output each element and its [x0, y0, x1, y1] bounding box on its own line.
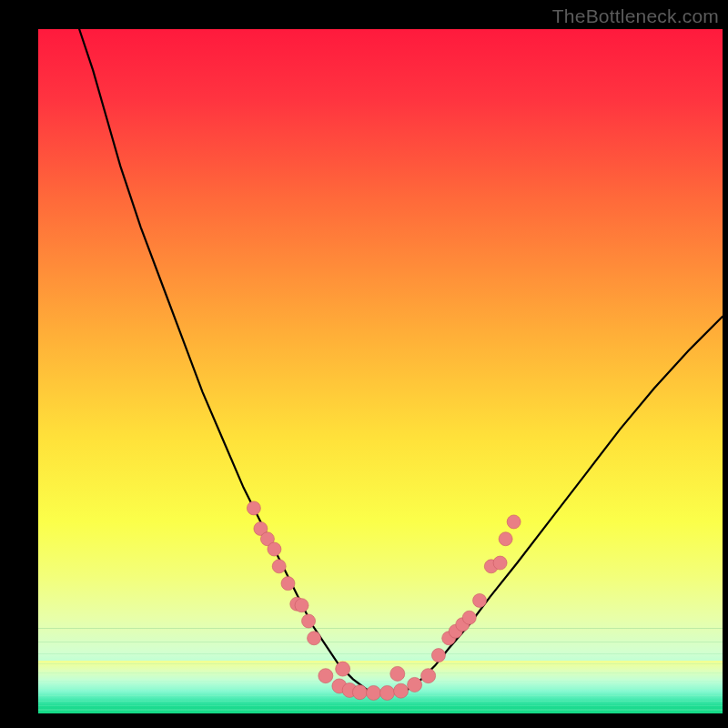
data-marker	[302, 614, 316, 628]
data-marker	[352, 685, 367, 700]
data-marker	[247, 501, 260, 515]
data-marker	[431, 649, 445, 662]
chart-frame: TheBottleneck.com	[0, 0, 728, 728]
data-marker	[366, 685, 380, 700]
data-marker	[308, 632, 321, 645]
bottleneck-curve	[79, 29, 723, 693]
data-marker	[281, 577, 295, 591]
curve-layer	[38, 29, 723, 713]
data-marker	[318, 669, 333, 683]
data-marker	[507, 515, 521, 529]
data-marker	[336, 662, 350, 676]
data-marker	[272, 560, 286, 573]
data-marker	[499, 532, 512, 546]
data-marker	[268, 542, 281, 556]
data-marker	[462, 611, 476, 624]
plot-area	[38, 29, 723, 713]
data-markers	[247, 501, 521, 701]
data-marker	[408, 677, 422, 692]
data-marker	[473, 593, 487, 607]
data-marker	[394, 683, 409, 698]
data-marker	[390, 666, 405, 681]
data-marker	[493, 556, 507, 570]
data-marker	[295, 599, 308, 612]
data-marker	[380, 685, 395, 700]
watermark-label: TheBottleneck.com	[552, 5, 719, 27]
data-marker	[421, 669, 436, 683]
